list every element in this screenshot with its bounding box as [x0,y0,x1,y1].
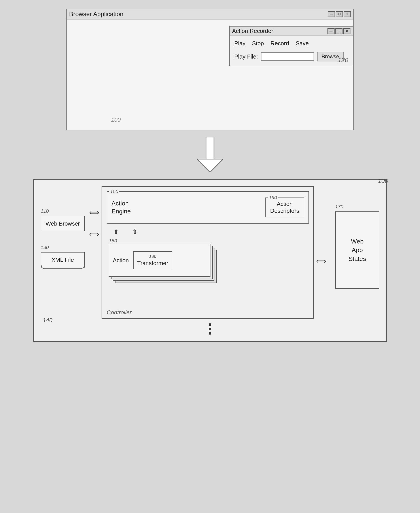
xml-file-wrapper: 130 XML File [41,245,85,268]
bottom-layout: 110 Web Browser 130 XML File [41,186,379,319]
action-recorder-dialog: Action Recorder — □ × Play Stop Record S… [229,26,353,66]
browser-label-100: 100 [111,116,120,123]
browser-body: 100 Action Recorder — □ × Play [67,19,353,130]
controller-box: 150 ActionEngine 190 ActionDescriptors [102,186,314,319]
bottom-label-140: 140 [43,317,52,324]
bottom-label-100: 100 [378,177,388,184]
recorder-controls: — □ × [328,28,350,34]
xml-curl-decoration [41,265,84,269]
main-container: 100 110 Web Browser 130 [33,179,387,342]
action-descriptors-text: ActionDescriptors [270,201,299,214]
web-browser-box: Web Browser [41,216,85,231]
transformer-label-180: 180 [137,254,168,259]
action-text: Action [113,257,129,264]
controller-label: Controller [107,309,132,316]
playfile-input[interactable] [261,52,314,61]
svg-rect-0 [206,137,214,159]
dot-1 [209,323,211,326]
browser-window: Browser Application — □ × 100 Action Rec… [67,9,353,130]
play-menu-item[interactable]: Play [234,40,246,47]
was-wrapper: 170 WebAppStates [335,204,379,289]
browser-maximize-btn[interactable]: □ [336,11,343,17]
action-stack: Action 180 Transformer [109,244,210,292]
action-descriptors-box: 190 ActionDescriptors [265,198,304,217]
recorder-titlebar: Action Recorder — □ × [230,27,353,36]
was-text: WebAppStates [348,237,366,263]
playfile-label: Play File: [234,53,258,60]
stack-label-160: 160 [109,238,117,244]
recorder-playfile-row: Play File: Browse [234,52,348,61]
bottom-section: 100 110 Web Browser 130 [22,179,398,342]
browser-titlebar: Browser Application — □ × [67,9,353,19]
browser-minimize-btn[interactable]: — [328,11,335,17]
browser-controls: — □ × [328,11,351,17]
was-label: 170 [335,204,379,210]
dot-2 [209,328,211,330]
xml-file-box: XML File [41,252,85,268]
controller-was-dbl-arrow: ⟺ [316,257,326,265]
v-arrow-2: ⇕ [132,228,138,236]
recorder-minimize-btn[interactable]: — [328,28,335,34]
recorder-body: Play Stop Record Save Play File: Browse [230,36,353,66]
dot-3 [209,332,211,335]
side-boxes: 110 Web Browser 130 XML File [41,208,85,268]
action-engine-box: 150 ActionEngine 190 ActionDescriptors [107,191,309,224]
stack-front: Action 180 Transformer [109,244,210,277]
center-area: 150 ActionEngine 190 ActionDescriptors [102,186,314,319]
recorder-label-120: 120 [338,57,348,64]
xml-file-text: XML File [52,257,74,263]
stacked-section: 160 Action [109,238,309,303]
action-engine-text: ActionEngine [112,199,131,216]
web-browser-arrow: ⟺ [89,208,99,217]
dots-section [41,323,379,335]
diagram-wrapper: Browser Application — □ × 100 Action Rec… [22,9,398,342]
top-section: Browser Application — □ × 100 Action Rec… [13,9,407,342]
ad-label-190: 190 [268,195,278,201]
web-browser-wrapper: 110 Web Browser [41,208,85,231]
was-box: WebAppStates [335,211,379,289]
down-arrow-section [197,137,223,172]
xml-file-label: 130 [41,245,85,250]
recorder-title: Action Recorder [232,28,273,34]
web-browser-label: 110 [41,208,85,214]
ae-label-150: 150 [109,189,119,194]
svg-marker-1 [197,159,223,172]
vertical-arrows-row: ⇕ ⇕ [113,228,309,236]
ae-inner: ActionEngine 190 ActionDescriptors [112,195,304,220]
recorder-maximize-btn[interactable]: □ [335,28,343,34]
recorder-menu: Play Stop Record Save [234,39,348,48]
web-browser-text: Web Browser [45,220,80,227]
transformer-text: Transformer [137,260,168,267]
record-menu-item[interactable]: Record [270,40,289,47]
browser-close-btn[interactable]: × [344,11,351,17]
transformer-box: 180 Transformer [133,251,172,269]
xml-file-arrow: ⟺ [89,230,99,238]
browser-title: Browser Application [69,11,123,18]
recorder-close-btn[interactable]: × [343,28,350,34]
stop-menu-item[interactable]: Stop [252,40,264,47]
lr-arrows: ⟺ ⟺ [89,208,99,238]
right-area: 170 WebAppStates [335,204,379,289]
controller-was-arrow: ⟺ [316,257,326,265]
save-menu-item[interactable]: Save [296,40,309,47]
down-arrow-svg [197,137,223,172]
v-arrow-1: ⇕ [113,228,119,236]
